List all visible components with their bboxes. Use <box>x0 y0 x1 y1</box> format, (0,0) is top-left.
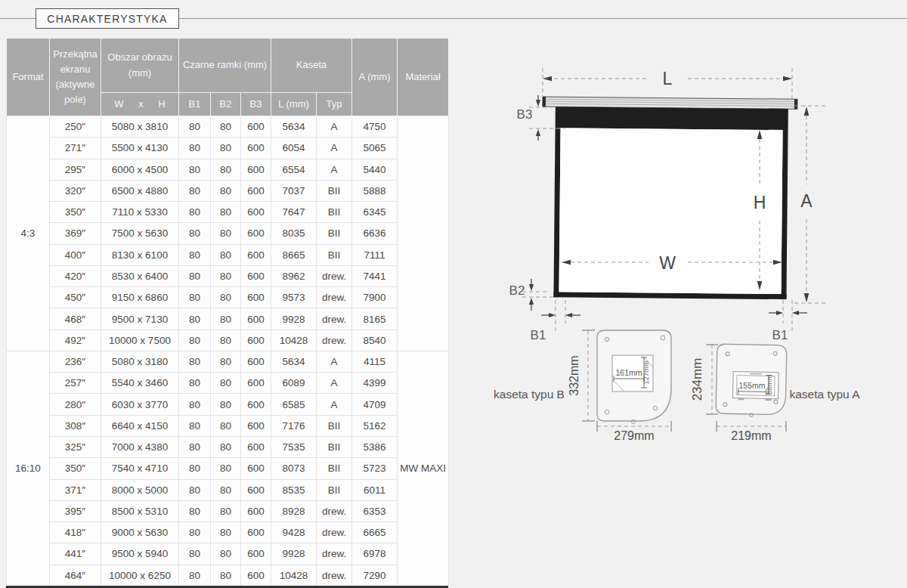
spec-cell: 80 <box>179 543 211 565</box>
spec-cell: A <box>317 351 352 372</box>
spec-row: 418″9000 x 563080806009428drew.6665 <box>7 522 449 543</box>
spec-cell: 280″ <box>50 394 101 415</box>
spec-cell: 468″ <box>50 308 101 330</box>
spec-cell: 9500 x 5940 <box>101 543 179 565</box>
spec-cell: 80 <box>211 522 241 543</box>
spec-cell: 80 <box>179 565 211 586</box>
spec-cell: 80 <box>211 351 241 372</box>
spec-cell: 10428 <box>271 330 317 351</box>
spec-cell: 80 <box>179 373 211 394</box>
header-format: Format <box>7 39 50 116</box>
spec-cell: 325″ <box>50 436 101 457</box>
spec-cell: 4115 <box>352 351 398 372</box>
spec-cell: 80 <box>179 351 211 372</box>
spec-cell: 6054 <box>271 138 317 159</box>
spec-cell: 9500 x 7130 <box>101 308 179 330</box>
spec-row: 320″6500 x 488080806007037BII5888 <box>7 180 449 201</box>
spec-cell: 80 <box>211 159 241 180</box>
spec-cell: 271″ <box>50 138 101 159</box>
spec-cell: drew. <box>317 287 352 308</box>
spec-cell: 10000 x 7500 <box>101 330 179 351</box>
spec-cell: 80 <box>211 373 241 394</box>
spec-cell: 5440 <box>352 159 398 180</box>
dim-label-B1-left: B1 <box>531 328 546 342</box>
spec-cell: 10428 <box>271 565 317 586</box>
spec-cell: 8928 <box>271 500 317 521</box>
spec-row: 450″9150 x 686080806009573drew.7900 <box>7 287 449 308</box>
kaseta-a-label: kaseta typu A <box>789 388 860 401</box>
spec-table: Format Przekątna ekranu (aktywne pole) O… <box>6 38 449 586</box>
spec-cell: 80 <box>179 138 211 159</box>
spec-cell: 6636 <box>352 223 398 244</box>
spec-cell: 80 <box>179 330 211 351</box>
format-label: 16:10 <box>7 351 50 586</box>
spec-cell: 600 <box>241 565 271 586</box>
header-b1: B1 <box>179 93 211 116</box>
spec-cell: 600 <box>241 308 271 330</box>
spec-cell: A <box>317 373 352 394</box>
spec-cell: 80 <box>211 287 241 308</box>
dim-label-B3: B3 <box>517 107 533 122</box>
kaseta-a-height-dim: 234mm <box>690 358 704 401</box>
spec-cell: 80 <box>211 223 241 244</box>
spec-row: 395″8500 x 531080806008928drew.6353 <box>7 500 449 521</box>
spec-table-body: 4:3250″5080 x 381080806005634A4750271″55… <box>7 116 449 586</box>
spec-cell: BII <box>317 436 352 457</box>
page-title: CHARAKTERYSTYKA <box>36 8 179 29</box>
header-w-x-h: W x H <box>101 93 179 116</box>
spec-row: 350″7540 x 471080806008073BII5723 <box>7 458 449 479</box>
spec-cell: 80 <box>211 180 241 201</box>
spec-cell: 600 <box>241 522 271 543</box>
spec-cell: 400″ <box>50 244 101 265</box>
spec-cell: 7535 <box>271 436 317 457</box>
spec-row: 441″9500 x 594080806009928drew.6978 <box>7 543 449 565</box>
spec-cell: drew. <box>317 500 352 521</box>
spec-cell: 8165 <box>352 308 398 330</box>
spec-cell: drew. <box>317 565 352 586</box>
spec-cell: 80 <box>211 394 241 415</box>
spec-cell: BII <box>317 244 352 265</box>
spec-cell: 5162 <box>352 415 398 436</box>
spec-row: 468″9500 x 713080806009928drew.8165 <box>7 308 449 330</box>
spec-cell: 250″ <box>50 116 101 138</box>
spec-cell: 350″ <box>50 202 101 223</box>
spec-cell: 600 <box>241 373 271 394</box>
spec-cell: 600 <box>241 415 271 436</box>
spec-cell: 8530 x 6400 <box>101 265 179 286</box>
spec-cell: 80 <box>179 308 211 330</box>
spec-cell: 600 <box>241 265 271 286</box>
spec-row: 257″5540 x 346080806006089A4399 <box>7 373 449 394</box>
spec-cell: 8130 x 6100 <box>101 244 179 265</box>
spec-cell: 350″ <box>50 458 101 479</box>
spec-cell: 600 <box>241 138 271 159</box>
spec-cell: A <box>317 116 352 138</box>
spec-cell: 7111 <box>352 244 398 265</box>
spec-cell: 395″ <box>50 500 101 521</box>
header-kaseta: Kaseta <box>271 39 352 93</box>
spec-cell: BII <box>317 180 352 201</box>
spec-cell: A <box>317 394 352 415</box>
screen-dimension-diagram: L H A W B3 B2 B1 B1 kaseta typu B kaseta… <box>454 0 907 588</box>
spec-cell: drew. <box>317 330 352 351</box>
spec-cell: 80 <box>179 458 211 479</box>
spec-cell: 4750 <box>352 116 398 138</box>
spec-cell: 80 <box>179 500 211 521</box>
spec-row: 371″8000 x 500080806008535BII6011 <box>7 479 449 500</box>
kaseta-b-width-dim: 279mm <box>614 429 654 442</box>
spec-cell: 8962 <box>271 265 317 286</box>
spec-cell: 5723 <box>352 458 398 479</box>
spec-cell: 80 <box>179 244 211 265</box>
spec-cell: 320″ <box>50 180 101 201</box>
spec-cell: 80 <box>179 522 211 543</box>
spec-row: 308″6640 x 415080806007176BII5162 <box>7 415 449 436</box>
spec-cell: drew. <box>317 265 352 286</box>
spec-cell: 5080 x 3810 <box>101 116 179 138</box>
spec-cell: 420″ <box>50 265 101 286</box>
spec-row: 271″5500 x 413080806006054A5065 <box>7 138 449 159</box>
spec-cell: 5540 x 3460 <box>101 373 179 394</box>
spec-cell: 7290 <box>352 565 398 586</box>
spec-cell: 7441 <box>352 265 398 286</box>
spec-cell: 5888 <box>352 180 398 201</box>
spec-cell: 6353 <box>352 500 398 521</box>
spec-cell: 80 <box>179 394 211 415</box>
